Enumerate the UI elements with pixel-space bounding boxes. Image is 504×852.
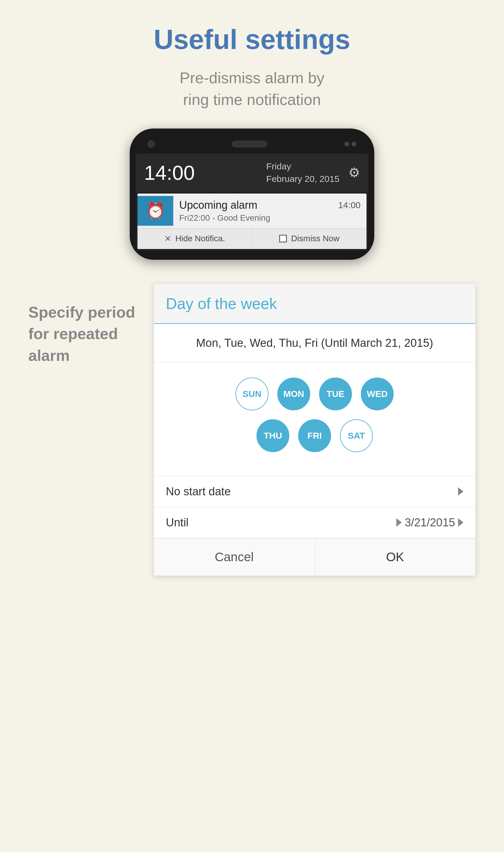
until-date-area: 3/21/2015 xyxy=(396,516,464,529)
gear-icon: ⚙ xyxy=(348,165,360,180)
day-of-week-dialog: Day of the week Mon, Tue, Wed, Thu, Fri … xyxy=(154,284,476,576)
until-date-chevron-icon xyxy=(458,518,464,527)
dismiss-now-label: Dismiss Now xyxy=(291,234,339,243)
square-icon xyxy=(279,235,287,242)
phone-screen: 14:00 Friday February 20, 2015 ⚙ ⏰ Upcom… xyxy=(136,153,368,251)
start-date-row[interactable]: No start date xyxy=(154,476,475,507)
day-friday[interactable]: FRI xyxy=(298,419,331,452)
notification-title: Upcoming alarm xyxy=(179,199,257,212)
phone-mockup: 14:00 Friday February 20, 2015 ⚙ ⏰ Upcom… xyxy=(130,129,374,260)
notification-time: 14:00 xyxy=(338,200,361,210)
day-saturday[interactable]: SAT xyxy=(340,419,373,452)
start-date-label: No start date xyxy=(166,485,231,498)
day-monday[interactable]: MON xyxy=(277,378,310,410)
phone-speaker xyxy=(232,141,268,148)
start-date-arrow xyxy=(458,487,464,496)
chevron-right-icon xyxy=(458,487,464,496)
screen-date: Friday February 20, 2015 xyxy=(266,160,339,185)
hide-notification-label: Hide Notifica. xyxy=(175,234,225,243)
until-label: Until xyxy=(166,516,188,529)
x-icon: ✕ xyxy=(164,234,171,243)
left-text: Specify period for repeated alarm xyxy=(28,284,136,366)
until-chevron-icon xyxy=(396,518,402,527)
day-sunday[interactable]: SUN xyxy=(236,378,268,410)
phone-dots xyxy=(344,142,356,146)
notification-subtitle: Fri22:00 - Good Evening xyxy=(179,213,361,223)
day-row-bottom: THU FRI SAT xyxy=(163,419,466,452)
hide-notification-button[interactable]: ✕ Hide Notifica. xyxy=(138,229,252,249)
notification-card: ⏰ Upcoming alarm 14:00 Fri22:00 - Good E… xyxy=(138,194,366,249)
ok-button[interactable]: OK xyxy=(314,539,476,576)
cancel-button[interactable]: Cancel xyxy=(154,539,314,576)
phone-camera xyxy=(148,141,155,148)
alarm-clock-icon: ⏰ xyxy=(146,202,165,220)
specify-period-text: Specify period for repeated alarm xyxy=(28,302,136,366)
day-wednesday[interactable]: WED xyxy=(361,378,394,410)
bottom-section: Specify period for repeated alarm Day of… xyxy=(28,284,476,576)
dismiss-now-button[interactable]: Dismiss Now xyxy=(252,229,367,249)
dialog-title: Day of the week xyxy=(166,295,277,312)
until-date-value: 3/21/2015 xyxy=(405,516,455,529)
screen-time: 14:00 xyxy=(144,161,195,184)
dialog-header: Day of the week xyxy=(154,284,475,324)
day-tuesday[interactable]: TUE xyxy=(319,378,352,410)
day-summary: Mon, Tue, Wed, Thu, Fri (Until March 21,… xyxy=(154,324,475,363)
day-picker: SUN MON TUE WED THU xyxy=(154,363,475,476)
notification-icon-box: ⏰ xyxy=(138,196,173,226)
until-row[interactable]: Until 3/21/2015 xyxy=(154,507,475,538)
page-title: Useful settings xyxy=(154,24,350,55)
page-subtitle: Pre-dismiss alarm by ring time notificat… xyxy=(180,67,324,111)
day-thursday[interactable]: THU xyxy=(256,419,289,452)
day-row-top: SUN MON TUE WED xyxy=(163,378,466,410)
dialog-footer: Cancel OK xyxy=(154,538,475,576)
